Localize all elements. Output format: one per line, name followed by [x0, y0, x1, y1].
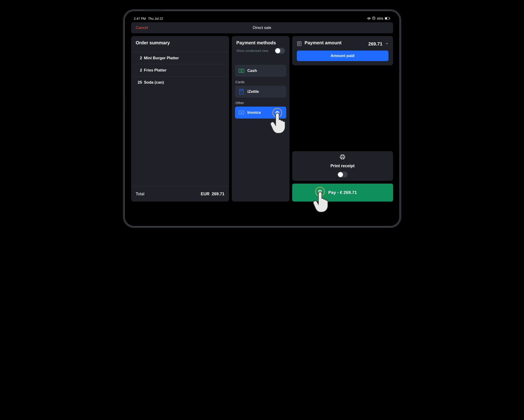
hand-pointer-icon	[270, 111, 290, 136]
order-items: 2 Mini Burger Platter 2 Fries Platter 25…	[131, 52, 229, 88]
item-name: Soda (can)	[144, 80, 164, 85]
calculator-icon	[239, 90, 244, 94]
device-notch	[145, 10, 163, 11]
chevron-down-icon[interactable]	[385, 42, 388, 46]
touch-indicator	[315, 187, 325, 196]
method-label: Invoice	[247, 110, 261, 115]
tablet-frame: 2:47 PM Thu Jul 22 45% Cancel Direct sal…	[123, 9, 401, 228]
total-amount: 269.71	[212, 192, 224, 196]
status-date: Thu Jul 22	[148, 17, 163, 20]
method-label: Cash	[247, 69, 257, 73]
invoice-icon: $	[239, 111, 244, 115]
item-name: Fries Platter	[144, 68, 166, 73]
payment-amount-panel: Payment amount 269.71 Amount paid	[292, 36, 393, 65]
order-line-item[interactable]: 2 Mini Burger Platter	[131, 52, 229, 64]
print-receipt-label: Print receipt	[331, 164, 355, 168]
order-summary-heading: Order summary	[136, 40, 224, 45]
cash-icon	[239, 69, 244, 73]
screen: 2:47 PM Thu Jul 22 45% Cancel Direct sal…	[128, 15, 396, 222]
receipt-icon	[297, 41, 302, 47]
svg-point-5	[241, 70, 242, 71]
amount-paid-button[interactable]: Amount paid	[297, 51, 388, 61]
battery-percent: 45%	[377, 17, 383, 20]
payment-methods-heading: Payment methods	[236, 40, 285, 45]
svg-point-12	[241, 92, 242, 93]
orientation-lock-icon	[372, 17, 375, 20]
cards-section-label: Cards	[236, 80, 286, 84]
battery-icon	[385, 17, 390, 20]
other-section-label: Other	[236, 101, 286, 105]
svg-rect-4	[239, 69, 244, 73]
condensed-view-label: Show condensed view	[236, 49, 268, 52]
payment-amount-heading: Payment amount	[305, 40, 366, 45]
svg-text:$: $	[241, 112, 242, 114]
item-name: Mini Burger Platter	[144, 56, 179, 61]
page-title: Direct sale	[253, 26, 271, 30]
svg-point-11	[240, 92, 241, 93]
order-line-item[interactable]: 25 Soda (can)	[131, 77, 229, 88]
svg-point-9	[241, 91, 242, 92]
svg-rect-17	[341, 158, 344, 159]
svg-rect-3	[390, 18, 390, 19]
status-time: 2:47 PM	[134, 17, 146, 20]
item-qty: 25	[136, 80, 142, 85]
payment-amount-value[interactable]: 269.71	[368, 41, 382, 47]
payment-method-izettle[interactable]: iZettle	[235, 86, 286, 98]
touch-indicator	[272, 108, 282, 118]
svg-point-8	[240, 91, 241, 92]
total-currency: EUR	[201, 192, 210, 196]
nav-bar: Cancel Direct sale	[131, 22, 393, 33]
order-summary-panel: Order summary 2 Mini Burger Platter 2 Fr…	[131, 36, 229, 201]
item-qty: 2	[136, 56, 142, 61]
status-bar: 2:47 PM Thu Jul 22 45%	[128, 15, 396, 22]
item-qty: 2	[136, 68, 142, 73]
pay-button-label: Pay - € 269.71	[328, 190, 357, 195]
wifi-icon	[367, 17, 371, 20]
method-label: iZettle	[247, 89, 259, 94]
printer-icon	[340, 154, 345, 160]
payment-method-cash[interactable]: Cash	[235, 65, 286, 77]
order-total-row: Total EUR 269.71	[131, 186, 229, 201]
cancel-button[interactable]: Cancel	[136, 26, 148, 30]
print-receipt-row: Print receipt	[292, 151, 393, 181]
print-receipt-toggle[interactable]	[337, 172, 348, 178]
order-line-item[interactable]: 2 Fries Platter	[131, 64, 229, 77]
svg-rect-2	[385, 18, 387, 19]
payment-methods-panel: Payment methods Show condensed view Cash	[232, 36, 289, 201]
condensed-view-toggle[interactable]	[275, 48, 285, 54]
total-label: Total	[136, 192, 145, 196]
payment-method-invoice[interactable]: $ Invoice	[235, 107, 286, 119]
device-side-controls	[124, 98, 125, 112]
svg-rect-7	[240, 90, 243, 91]
pay-button[interactable]: Pay - € 269.71	[292, 184, 393, 201]
svg-point-13	[242, 92, 243, 93]
svg-point-10	[242, 91, 243, 92]
